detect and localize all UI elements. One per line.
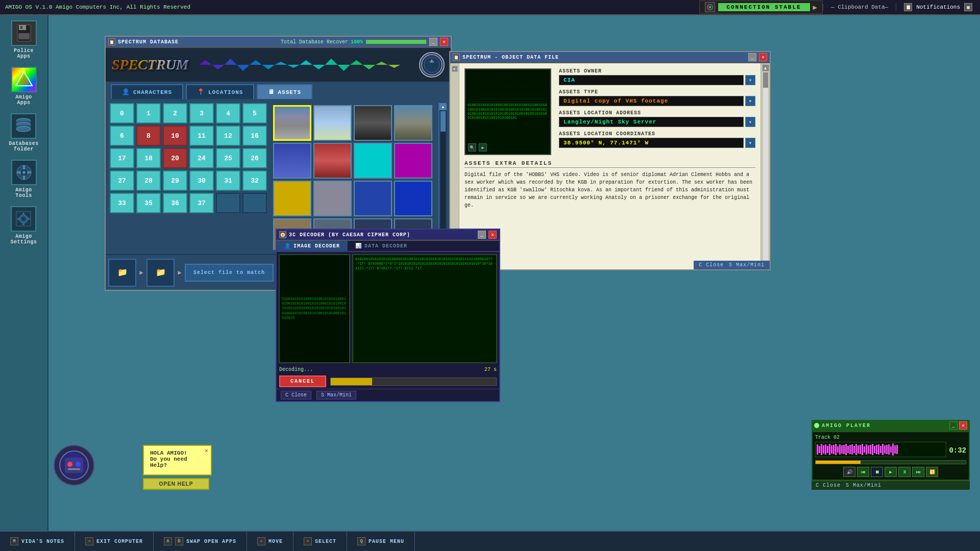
image-cell-castle[interactable] [273,105,311,141]
tab-locations[interactable]: 📍 LOCATIONS [186,84,254,99]
decoder-close-footer-button[interactable]: C Close [281,391,311,399]
grid-cell-17[interactable]: 17 [110,148,134,168]
obj-scroll-up[interactable]: ▲ [762,64,769,71]
assets-location-btn[interactable]: ▼ [745,117,755,127]
player-maxmini-button[interactable]: S Max/Mini [846,483,881,488]
image-cell-car3[interactable] [313,143,352,179]
bottom-item-exit[interactable]: ⌨ EXIT COMPUTER [75,532,154,551]
sidebar-item-databases[interactable]: Databasesfolder [9,113,39,152]
sidebar-item-amigo-tools[interactable]: AmigoTools [11,160,37,198]
decoder-close-button[interactable]: ✕ [488,231,497,239]
grid-cell-24[interactable]: 24 [189,148,214,168]
grid-cell-27[interactable]: 27 [110,170,134,191]
object-close-button[interactable]: ✕ [759,53,767,61]
grid-cell-33[interactable]: 33 [110,193,134,213]
assets-owner-btn[interactable]: ▼ [745,75,755,85]
player-seek-bar[interactable] [815,460,966,464]
object-maxmini-button[interactable]: S Max/Mini [729,262,765,268]
grid-cell-0[interactable]: 0 [110,103,134,123]
loop-button[interactable]: 🔁 [926,467,938,477]
image-cell-boxes[interactable] [313,181,352,216]
grid-cell-25[interactable]: 25 [216,148,240,168]
prev-button[interactable]: ⏮ [857,467,869,477]
sidebar-item-amigo-apps[interactable]: AmigoApps [11,67,37,106]
sidebar-btn-1[interactable]: ▶ [452,66,458,72]
player-close-footer-button[interactable]: C Close [816,483,841,488]
image-cell-car[interactable] [354,105,392,141]
tab-characters[interactable]: 👤 CHARACTERS [111,84,183,99]
pause-button[interactable]: ⏸ [898,467,911,477]
cancel-button[interactable]: CANCEL [279,375,326,387]
grid-cell-32[interactable]: 32 [242,170,267,191]
bottom-item-select[interactable]: ⌨ SELECT [293,532,347,551]
grid-cell-29[interactable]: 29 [163,170,187,191]
grid-cell-35[interactable]: 35 [136,193,161,213]
grid-cell-6[interactable]: 6 [110,126,134,146]
grid-cell-8[interactable]: 8 [136,126,161,146]
grid-cell-12[interactable]: 12 [216,126,240,146]
grid-cell-11[interactable]: 11 [189,126,214,146]
open-help-button[interactable]: OPEN HELP [143,478,209,490]
bottom-item-notes[interactable]: M VIDA'S NOTES [0,532,75,551]
player-minimize-button[interactable]: _ [949,421,958,430]
grid-cell-18[interactable]: 18 [136,148,161,168]
volume-button[interactable]: 🔊 [843,467,855,477]
select-file-label: Select file to match [193,270,265,276]
bottom-item-swap[interactable]: A D SWAP OPEN APPS [154,532,247,551]
scroll-thumb[interactable] [440,111,446,132]
spectrum-close-button[interactable]: ✕ [440,38,448,46]
player-close-button[interactable]: ✕ [959,421,967,430]
grid-cell-31[interactable]: 31 [216,170,240,191]
grid-cell-30[interactable]: 30 [189,170,214,191]
select-file-button[interactable]: Select file to match [185,264,274,282]
help-character [54,445,94,486]
grid-cell-10[interactable]: 10 [163,126,187,146]
sidebar-item-police-apps[interactable]: PoliceApps [11,20,37,59]
bottom-item-move[interactable]: ⌨ MOVE [247,532,293,551]
grid-cell-28[interactable]: 28 [136,170,161,191]
decoder-tab-image[interactable]: 👤 IMAGE DECODER [277,241,348,251]
thumbnail-zoom-button[interactable]: 🔍 [468,143,476,152]
object-minimize-button[interactable]: _ [748,53,756,61]
object-close-footer-button[interactable]: C Close [699,262,724,268]
obj-scroll-thumb[interactable] [763,72,768,88]
spectrum-minimize-button[interactable]: _ [429,38,437,46]
grid-cell-4[interactable]: 4 [216,103,240,123]
extra-details-text: Digital file of the 'HOBBS' VHS video. V… [464,171,755,209]
grid-cell-37[interactable]: 37 [189,193,214,213]
decoder-minimize-button[interactable]: _ [478,231,486,239]
image-cell-car2[interactable] [394,105,432,141]
image-cell-vhs-purple[interactable] [394,143,432,179]
image-scrollbar[interactable]: ▲ ▼ [438,103,447,250]
help-close-button[interactable]: ✕ [205,447,208,455]
grid-cell-36[interactable]: 36 [163,193,187,213]
amigo-apps-label: AmigoApps [15,94,32,106]
image-cell-vhs-yellow[interactable] [273,181,311,216]
tab-assets[interactable]: 🖥 ASSETS [257,84,312,99]
decoder-tab-data[interactable]: 📊 DATA DECODER [348,241,415,251]
play-button[interactable]: ▶ [885,467,897,477]
grid-cell-1[interactable]: 1 [136,103,161,123]
next-button[interactable]: ⏭ [912,467,924,477]
image-cell-plane[interactable] [313,105,352,141]
grid-cell-5[interactable]: 5 [242,103,267,123]
image-cell-figure[interactable] [273,143,311,179]
grid-cell-20[interactable]: 20 [163,148,187,168]
assets-type-btn[interactable]: ▼ [745,96,755,106]
image-cell-blueprint[interactable] [354,181,392,216]
decoder-maxmini-button[interactable]: S Max/Mini [316,391,356,399]
assets-coords-btn[interactable]: ▼ [745,138,755,148]
svg-rect-19 [27,171,31,173]
grid-cell-2[interactable]: 2 [163,103,187,123]
wbar-16 [847,446,849,454]
stop-button[interactable]: ⏹ [871,467,883,477]
sidebar-item-amigo-settings[interactable]: AmigoSettings [10,206,37,245]
image-cell-vhs-cyan[interactable] [354,143,392,179]
bottom-item-pause[interactable]: Q PAUSE MENU [347,532,415,551]
grid-cell-26[interactable]: 26 [242,148,267,168]
image-cell-blueprint2[interactable] [394,181,432,216]
grid-cell-16[interactable]: 16 [242,126,267,146]
thumbnail-play-button[interactable]: ▶ [479,143,487,152]
scroll-up-button[interactable]: ▲ [439,103,447,110]
grid-cell-3[interactable]: 3 [189,103,214,123]
